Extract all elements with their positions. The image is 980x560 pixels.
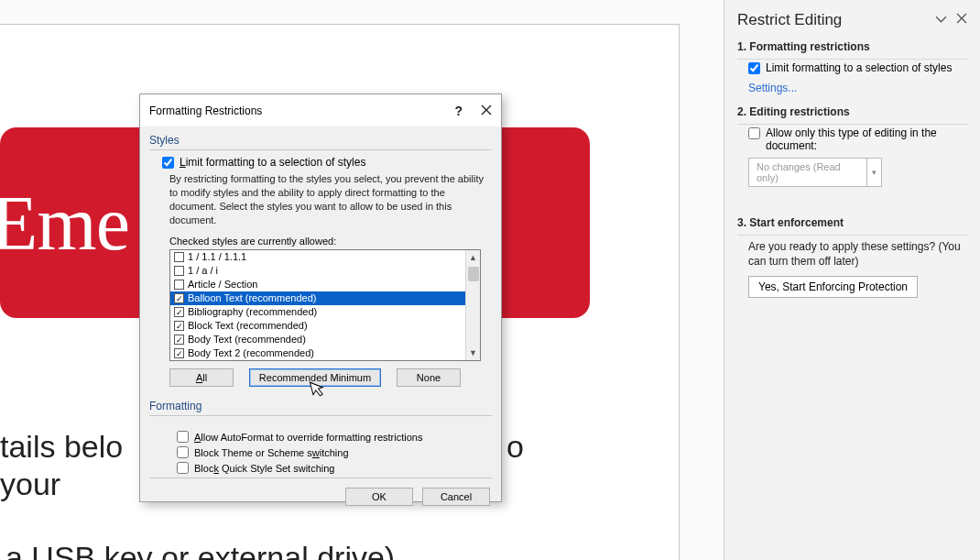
scroll-up-icon[interactable]: ▲ bbox=[466, 250, 480, 265]
style-list-row[interactable]: ✓Bibliography (recommended) bbox=[170, 305, 465, 319]
allow-only-label: Allow only this type of editing in the d… bbox=[766, 126, 967, 152]
style-name: Body Text (recommended) bbox=[188, 333, 306, 346]
style-checkbox[interactable] bbox=[174, 280, 184, 290]
formatting-option-label: Block Theme or Scheme switching bbox=[194, 447, 349, 458]
document-text-fragment-2: a USB key or external drive). bbox=[5, 540, 404, 560]
formatting-restrictions-dialog: Formatting Restrictions ? Styles Limit f… bbox=[139, 93, 502, 502]
dialog-title: Formatting Restrictions bbox=[149, 104, 262, 117]
formatting-option-checkbox[interactable] bbox=[177, 431, 189, 443]
recommended-minimum-button[interactable]: Recommended Minimum bbox=[249, 368, 381, 387]
dlg-allowed-label: Checked styles are currently allowed: bbox=[169, 236, 492, 247]
chevron-down-icon[interactable]: ▾ bbox=[867, 158, 882, 187]
combo-value: No changes (Read only) bbox=[748, 158, 867, 187]
style-checkbox[interactable]: ✓ bbox=[174, 321, 184, 331]
settings-link[interactable]: Settings... bbox=[748, 82, 797, 94]
formatting-option-row: Allow AutoFormat to override formatting … bbox=[177, 431, 492, 443]
styles-list-content: 1 / 1.1 / 1.1.11 / a / iArticle / Sectio… bbox=[170, 250, 465, 360]
style-name: Block Text (recommended) bbox=[188, 319, 308, 333]
style-checkbox[interactable]: ✓ bbox=[174, 293, 184, 303]
restrict-editing-pane: Restrict Editing 1. Formatting restricti… bbox=[724, 0, 980, 560]
start-enforcing-button[interactable]: Yes, Start Enforcing Protection bbox=[748, 276, 918, 298]
styles-group-label: Styles bbox=[149, 134, 492, 147]
limit-formatting-label: Limit formatting to a selection of style… bbox=[766, 61, 952, 74]
banner-partial-text: Eme bbox=[0, 179, 129, 268]
scroll-thumb[interactable] bbox=[468, 267, 479, 281]
dialog-titlebar: Formatting Restrictions ? bbox=[140, 94, 501, 126]
help-icon[interactable]: ? bbox=[454, 104, 463, 118]
allow-only-checkbox[interactable] bbox=[748, 127, 760, 139]
style-list-row[interactable]: Article / Section bbox=[170, 278, 465, 291]
scroll-down-icon[interactable]: ▼ bbox=[466, 346, 480, 360]
formatting-option-checkbox[interactable] bbox=[177, 462, 189, 474]
close-icon[interactable] bbox=[481, 104, 492, 118]
formatting-option-label: Block Quick Style Set switching bbox=[194, 463, 334, 474]
section-heading-enforce: 3. Start enforcement bbox=[737, 216, 967, 229]
section-heading-formatting: 1. Formatting restrictions bbox=[737, 40, 967, 53]
dlg-limit-formatting-label: Limit formatting to a selection of style… bbox=[180, 156, 365, 169]
enforce-desc: Are you ready to apply these settings? (… bbox=[748, 239, 967, 269]
style-checkbox[interactable]: ✓ bbox=[174, 348, 184, 358]
styles-listbox[interactable]: 1 / 1.1 / 1.1.11 / a / iArticle / Sectio… bbox=[169, 249, 481, 361]
dlg-description: By restricting formatting to the styles … bbox=[169, 172, 492, 226]
style-name: Bibliography (recommended) bbox=[188, 305, 317, 319]
limit-formatting-checkbox[interactable] bbox=[748, 62, 760, 74]
style-checkbox[interactable]: ✓ bbox=[174, 335, 184, 345]
style-list-row[interactable]: ✓Body Text (recommended) bbox=[170, 333, 465, 346]
style-name: 1 / a / i bbox=[188, 264, 218, 278]
style-list-row[interactable]: 1 / 1.1 / 1.1.1 bbox=[170, 250, 465, 264]
style-name: Balloon Text (recommended) bbox=[188, 291, 316, 305]
editing-type-combo[interactable]: No changes (Read only) ▾ bbox=[748, 158, 967, 187]
style-list-row[interactable]: ✓Body Text 2 (recommended) bbox=[170, 346, 465, 360]
style-list-row[interactable]: 1 / a / i bbox=[170, 264, 465, 278]
style-checkbox[interactable]: ✓ bbox=[174, 307, 184, 317]
style-checkbox[interactable] bbox=[174, 252, 184, 262]
pane-title: Restrict Editing bbox=[737, 11, 842, 29]
pane-dropdown-icon[interactable] bbox=[935, 13, 947, 27]
scrollbar[interactable]: ▲ ▼ bbox=[465, 250, 480, 360]
style-name: Body Text 2 (recommended) bbox=[188, 346, 314, 360]
formatting-option-label: Allow AutoFormat to override formatting … bbox=[194, 432, 422, 443]
formatting-option-row: Block Quick Style Set switching bbox=[177, 462, 492, 474]
section-heading-editing: 2. Editing restrictions bbox=[737, 105, 967, 118]
none-button[interactable]: None bbox=[397, 368, 461, 387]
ok-button[interactable]: OK bbox=[345, 488, 413, 506]
style-checkbox[interactable] bbox=[174, 266, 184, 276]
formatting-option-checkbox[interactable] bbox=[177, 446, 189, 458]
style-list-row[interactable]: ✓Balloon Text (recommended) bbox=[170, 291, 465, 305]
pane-header: Restrict Editing bbox=[737, 11, 967, 29]
style-name: Article / Section bbox=[188, 278, 257, 291]
formatting-options: Allow AutoFormat to override formatting … bbox=[177, 427, 492, 478]
formatting-option-row: Block Theme or Scheme switching bbox=[177, 446, 492, 458]
close-icon[interactable] bbox=[956, 13, 967, 27]
cancel-button[interactable]: Cancel bbox=[422, 488, 490, 506]
style-list-row[interactable]: ✓Block Text (recommended) bbox=[170, 319, 465, 333]
all-button[interactable]: All bbox=[169, 368, 234, 387]
formatting-group-label: Formatting bbox=[149, 400, 492, 412]
style-name: 1 / 1.1 / 1.1.1 bbox=[188, 250, 246, 264]
dlg-limit-formatting-checkbox[interactable] bbox=[162, 157, 174, 169]
